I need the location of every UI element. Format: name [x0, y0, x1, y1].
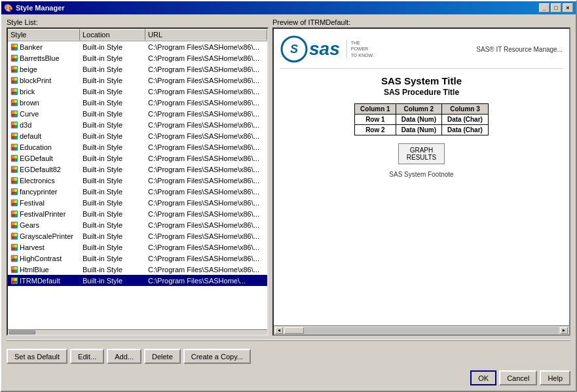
style-icon — [10, 232, 18, 240]
help-button[interactable]: Help — [540, 370, 570, 385]
url-cell: C:\Program Files\SASHome\x86\... — [145, 65, 267, 74]
table-row[interactable]: BankerBuilt-in StyleC:\Program Files\SAS… — [8, 41, 267, 52]
svg-rect-68 — [12, 192, 14, 194]
svg-rect-4 — [14, 45, 17, 47]
create-copy-button[interactable]: Create a Copy... — [183, 349, 251, 364]
svg-rect-16 — [12, 78, 14, 80]
url-cell: C:\Program Files\SASHome\x86\... — [145, 54, 267, 63]
h-scroll-right-btn[interactable]: ► — [560, 327, 568, 334]
svg-rect-83 — [12, 225, 14, 228]
cancel-button[interactable]: Cancel — [499, 370, 537, 385]
h-scroll-track[interactable] — [284, 327, 559, 334]
preview-row1-col2: Data (Num) — [396, 115, 441, 125]
edit-button[interactable]: Edit... — [70, 349, 104, 364]
style-icon — [10, 54, 18, 62]
table-row[interactable]: ElectronicsBuilt-in StyleC:\Program File… — [8, 175, 267, 186]
style-name: Curve — [20, 110, 39, 118]
svg-rect-28 — [12, 103, 14, 105]
table-row[interactable]: HarvestBuilt-in StyleC:\Program Files\SA… — [8, 241, 267, 253]
preview-row2-col3: Data (Char) — [442, 125, 489, 135]
table-row[interactable]: brownBuilt-in StyleC:\Program Files\SASH… — [8, 97, 267, 108]
location-cell: Built-in Style — [80, 132, 145, 141]
table-row[interactable]: ITRMDefaultBuilt-in StyleC:\Program File… — [8, 275, 267, 286]
url-cell: C:\Program Files\SASHome\x86\... — [145, 187, 267, 196]
col-header-url[interactable]: URL — [145, 29, 267, 41]
style-icon — [10, 266, 18, 274]
window-title-icon: 🎨 — [4, 4, 13, 12]
style-icon — [10, 143, 18, 151]
set-default-button[interactable]: Set as Default — [7, 349, 67, 364]
bottom-buttons-row2: OK Cancel Help — [7, 368, 570, 387]
col-header-style[interactable]: Style — [8, 29, 80, 41]
style-name: fancyprinter — [20, 188, 57, 196]
table-row[interactable]: GearsBuilt-in StyleC:\Program Files\SASH… — [8, 219, 267, 230]
svg-rect-63 — [12, 181, 14, 183]
svg-rect-9 — [14, 56, 17, 58]
style-list-body[interactable]: BankerBuilt-in StyleC:\Program Files\SAS… — [8, 41, 267, 329]
table-header: Style Location URL — [8, 29, 267, 41]
bottom-buttons-row1: Set as Default Edit... Add... Delete Cre… — [7, 345, 570, 365]
minimize-button[interactable]: _ — [539, 3, 549, 12]
svg-rect-109 — [14, 278, 17, 281]
svg-rect-72 — [14, 203, 17, 205]
url-cell: C:\Program Files\SASHome\x86\... — [145, 43, 267, 52]
svg-rect-22 — [14, 92, 17, 94]
h-scrollbar[interactable] — [8, 329, 267, 334]
table-row[interactable]: BarrettsBlueBuilt-in StyleC:\Program Fil… — [8, 52, 267, 63]
location-cell: Built-in Style — [80, 120, 145, 130]
svg-rect-78 — [12, 214, 14, 217]
preview-h-scrollbar[interactable]: ◄ ► — [274, 325, 569, 334]
table-row[interactable]: EGDefault82Built-in StyleC:\Program File… — [8, 164, 267, 175]
h-scroll-thumb[interactable] — [9, 330, 35, 334]
table-row[interactable]: d3dBuilt-in StyleC:\Program Files\SASHom… — [8, 119, 267, 130]
table-row[interactable]: beigeBuilt-in StyleC:\Program Files\SASH… — [8, 63, 267, 75]
svg-rect-99 — [14, 256, 17, 258]
style-icon — [10, 277, 18, 285]
location-cell: Built-in Style — [80, 254, 145, 263]
table-row[interactable]: CurveBuilt-in StyleC:\Program Files\SASH… — [8, 108, 267, 119]
style-icon — [10, 166, 18, 173]
style-manager-window: 🎨 Style Manager _ □ × Style List: Style … — [0, 0, 577, 392]
style-icon — [10, 43, 18, 51]
h-scroll-left-btn[interactable]: ◄ — [275, 327, 283, 334]
url-cell: C:\Program Files\SASHome\x86\... — [145, 265, 267, 274]
preview-title: SAS System Title — [381, 75, 462, 86]
style-name: Electronics — [20, 177, 55, 185]
location-cell: Built-in Style — [80, 65, 145, 74]
close-button[interactable]: × — [563, 3, 573, 12]
style-icon — [10, 154, 18, 162]
h-scroll-thumb2[interactable] — [284, 327, 304, 334]
style-icon — [10, 110, 18, 118]
table-row[interactable]: EGDefaultBuilt-in StyleC:\Program Files\… — [8, 152, 267, 164]
url-cell: C:\Program Files\SASHome\x86\... — [145, 209, 267, 219]
table-row[interactable]: HighContrastBuilt-in StyleC:\Program Fil… — [8, 253, 267, 264]
location-cell: Built-in Style — [80, 143, 145, 152]
table-row[interactable]: brickBuilt-in StyleC:\Program Files\SASH… — [8, 86, 267, 97]
table-row[interactable]: blockPrintBuilt-in StyleC:\Program Files… — [8, 75, 267, 86]
style-list-container[interactable]: Style Location URL BankerBuilt-in StyleC… — [7, 27, 269, 336]
add-button[interactable]: Add... — [107, 349, 141, 364]
svg-rect-84 — [14, 223, 17, 225]
graph-results: GRAPHRESULTS — [398, 143, 445, 164]
table-row[interactable]: HtmlBlueBuilt-in StyleC:\Program Files\S… — [8, 264, 267, 275]
url-cell: C:\Program Files\SASHome\... — [145, 276, 267, 285]
delete-button[interactable]: Delete — [144, 349, 181, 364]
style-icon — [10, 221, 18, 229]
svg-rect-37 — [14, 125, 17, 128]
ok-button[interactable]: OK — [470, 370, 496, 385]
table-row[interactable]: GrayscalePrinterBuilt-in StyleC:\Program… — [8, 230, 267, 241]
svg-text:S: S — [290, 43, 298, 56]
table-row[interactable]: FestivalPrinterBuilt-in StyleC:\Program … — [8, 208, 267, 219]
table-row[interactable]: fancyprinterBuilt-in StyleC:\Program Fil… — [8, 186, 267, 197]
location-cell: Built-in Style — [80, 198, 145, 207]
table-row[interactable]: EducationBuilt-in StyleC:\Program Files\… — [8, 141, 267, 152]
col-header-location[interactable]: Location — [80, 29, 145, 41]
style-name: blockPrint — [20, 77, 51, 84]
svg-rect-1 — [12, 45, 14, 47]
svg-rect-76 — [12, 211, 14, 214]
table-row[interactable]: FestivalBuilt-in StyleC:\Program Files\S… — [8, 197, 267, 208]
maximize-button[interactable]: □ — [551, 3, 561, 12]
table-row[interactable]: defaultBuilt-in StyleC:\Program Files\SA… — [8, 130, 267, 141]
style-icon — [10, 177, 18, 185]
svg-rect-58 — [12, 169, 14, 172]
